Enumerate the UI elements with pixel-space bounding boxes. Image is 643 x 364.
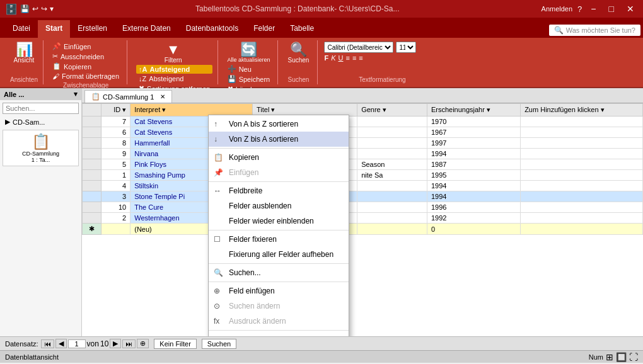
table-row[interactable]: 5Pink FloysSeason1987 <box>83 159 643 170</box>
tab-datei[interactable]: Datei <box>5 20 38 38</box>
ctx-item-copy[interactable]: 📋Kopieren <box>209 150 349 165</box>
format-button[interactable]: 🖌 Format übertragen <box>50 72 122 81</box>
tab-felder[interactable]: Felder <box>246 20 282 38</box>
ausschneiden-button[interactable]: ✂ Ausschneiden <box>50 52 122 61</box>
einfuegen-button[interactable]: 📌 Einfügen <box>50 42 122 51</box>
suchen-button[interactable]: 🔍 Suchen <box>284 42 312 65</box>
search-icon: 🔍 <box>554 26 564 35</box>
table-row[interactable]: 3Stone Temple Pi1994 <box>83 191 643 202</box>
speichern-button[interactable]: 💾 Speichern <box>225 74 273 84</box>
font-family-select[interactable]: Calibri (Detailbereich) <box>324 42 393 53</box>
ctx-label-change-expression: Ausdruck ändern <box>229 317 286 326</box>
ctx-item-paste: 📌Einfügen <box>209 165 349 180</box>
col-header-jahr[interactable]: Erscheinungsjahr ▾ <box>427 104 520 117</box>
record-current-input[interactable] <box>68 339 86 348</box>
ctx-label-paste: Einfügen <box>229 168 258 177</box>
table-row[interactable]: 6Cat Stevens1967 <box>83 127 643 138</box>
italic-button[interactable]: K <box>331 54 335 62</box>
table-row[interactable]: 10The Cure1996 <box>83 202 643 213</box>
close-button[interactable]: ✕ <box>623 4 638 14</box>
nav-tree-item[interactable]: ▶ CD-Sam... <box>0 117 81 127</box>
col-header-id[interactable]: ID ▾ <box>101 104 130 117</box>
table-row[interactable]: 7Cat Stevens1970 <box>83 117 643 127</box>
maximize-button[interactable]: □ <box>605 4 618 14</box>
table-row[interactable]: 9Nirvana1994 <box>83 149 643 159</box>
ctx-item-field-width[interactable]: ↔Feldbreite <box>209 183 349 198</box>
nav-search-input[interactable] <box>3 103 79 114</box>
tab-externe-daten[interactable]: Externe Daten <box>115 20 178 38</box>
save-qa-button[interactable]: 💾 <box>20 4 30 13</box>
align-right-button[interactable]: ≡ <box>359 54 362 62</box>
ctx-icon-field-width: ↔ <box>214 186 221 195</box>
zwischenablage-buttons: 📌 Einfügen ✂ Ausschneiden 📋 Kopieren 🖌 F… <box>50 42 122 81</box>
context-menu-separator <box>209 282 349 282</box>
view-icon-pivot[interactable]: 🔲 <box>616 352 627 362</box>
dropdown-qa-button[interactable]: ▾ <box>50 4 54 13</box>
ctx-item-freeze-fields[interactable]: ☐Felder fixieren <box>209 232 349 247</box>
ribbon: Datei Start Erstellen Externe Daten Date… <box>0 18 643 88</box>
tab-erstellen[interactable]: Erstellen <box>70 20 115 38</box>
ctx-item-search[interactable]: 🔍Suchen... <box>209 265 349 280</box>
tab-datenbanktools[interactable]: Datenbanktools <box>178 20 246 38</box>
ausschneiden-icon: ✂ <box>52 52 58 60</box>
table-row[interactable]: 4Stiltskin1994 <box>83 181 643 191</box>
login-button[interactable]: Anmelden <box>542 5 573 13</box>
quick-access-toolbar: 💾 ↩ ↪ ▾ <box>20 4 54 13</box>
ctx-item-unfreeze-fields[interactable]: Fixierung aller Felder aufheben <box>209 247 349 262</box>
nav-last-button[interactable]: ⏭ <box>122 339 136 348</box>
view-icon-full[interactable]: ⛶ <box>629 352 638 362</box>
aufsteigend-button[interactable]: ↑A Aufsteigend <box>136 65 212 74</box>
filter-button[interactable]: Kein Filter <box>154 339 197 349</box>
ribbon-search-placeholder[interactable]: Was möchten Sie tun? <box>566 26 635 34</box>
kopieren-button[interactable]: 📋 Kopieren <box>50 62 122 71</box>
bold-button[interactable]: F <box>324 54 328 62</box>
alle-aktualisieren-button[interactable]: 🔄 Alle aktualisieren <box>224 42 272 64</box>
new-genre-cell <box>357 224 427 235</box>
align-left-button[interactable]: ≡ <box>345 54 349 62</box>
ansicht-button[interactable]: 📊 Ansicht <box>10 42 38 65</box>
underline-button[interactable]: U <box>339 54 344 62</box>
add-cell <box>521 127 643 138</box>
undo-qa-button[interactable]: ↩ <box>32 4 38 13</box>
minimize-button[interactable]: − <box>587 4 600 14</box>
tab-close-button[interactable]: ✕ <box>160 93 165 100</box>
nav-dropdown-icon[interactable]: ▾ <box>74 90 78 98</box>
neu-button[interactable]: ➕ Neu <box>225 64 273 74</box>
new-table-row[interactable]: ✱(Neu)0 <box>83 224 643 235</box>
bottom-bar-right: Num ⊞ 🔲 ⛶ <box>589 352 638 362</box>
ctx-item-hide-fields[interactable]: Felder ausblenden <box>209 198 349 213</box>
ctx-item-sort-az[interactable]: ↑Von A bis Z sortieren <box>209 117 349 132</box>
nav-new-record-button[interactable]: ⊕ <box>137 339 149 348</box>
col-header-add[interactable]: Zum Hinzufügen klicken ▾ <box>521 104 643 117</box>
tab-tabelle[interactable]: Tabelle <box>282 20 322 38</box>
nav-header-label: Alle ... <box>4 91 24 98</box>
table-row[interactable]: 1Smashing Pumpnite Sa1995 <box>83 170 643 181</box>
align-center-button[interactable]: ≡ <box>352 54 356 62</box>
ctx-item-show-fields[interactable]: Felder wieder einblenden <box>209 213 349 229</box>
redo-qa-button[interactable]: ↪ <box>41 4 47 13</box>
ctx-item-rename-field[interactable]: ✎Feld umbenennen <box>209 332 349 336</box>
app-icon: 🗄️ <box>5 3 18 15</box>
tab-start[interactable]: Start <box>38 20 70 38</box>
help-button[interactable]: ? <box>577 4 582 14</box>
search-button[interactable]: Suchen <box>202 339 236 349</box>
table-row[interactable]: 8Hammerfall1997 <box>83 138 643 149</box>
ctx-icon-copy: 📋 <box>214 153 223 162</box>
font-size-select[interactable]: 11 <box>396 42 416 53</box>
absteigend-button[interactable]: ↓Z Absteigend <box>136 74 212 83</box>
ctx-item-sort-za[interactable]: ↓Von Z bis A sortieren <box>209 132 349 147</box>
view-icon-datasheet[interactable]: ⊞ <box>606 352 613 362</box>
col-header-genre[interactable]: Genre ▾ <box>357 104 427 117</box>
nav-first-button[interactable]: ⏮ <box>41 339 54 348</box>
table-row[interactable]: 2Westernhagen1992 <box>83 213 643 224</box>
filtern-button[interactable]: ▼ Filtern <box>159 42 187 65</box>
title-bar-left: 🗄️ 💾 ↩ ↪ ▾ <box>5 3 54 15</box>
nav-prev-button[interactable]: ◀ <box>55 339 67 348</box>
tab-cd-sammlung[interactable]: 📋 CD-Sammlung 1 ✕ <box>84 90 172 103</box>
ctx-item-insert-field[interactable]: ⊕Feld einfügen <box>209 283 349 299</box>
ctx-label-sort-za: Von Z bis A sortieren <box>229 135 298 144</box>
ribbon-tabs: Datei Start Erstellen Externe Daten Date… <box>0 18 643 38</box>
nav-next-button[interactable]: ▶ <box>110 339 121 348</box>
ctx-icon-sort-az: ↑ <box>214 120 217 128</box>
window-title: Tabellentools CD-Sammlung : Datenbank- C… <box>195 4 399 13</box>
